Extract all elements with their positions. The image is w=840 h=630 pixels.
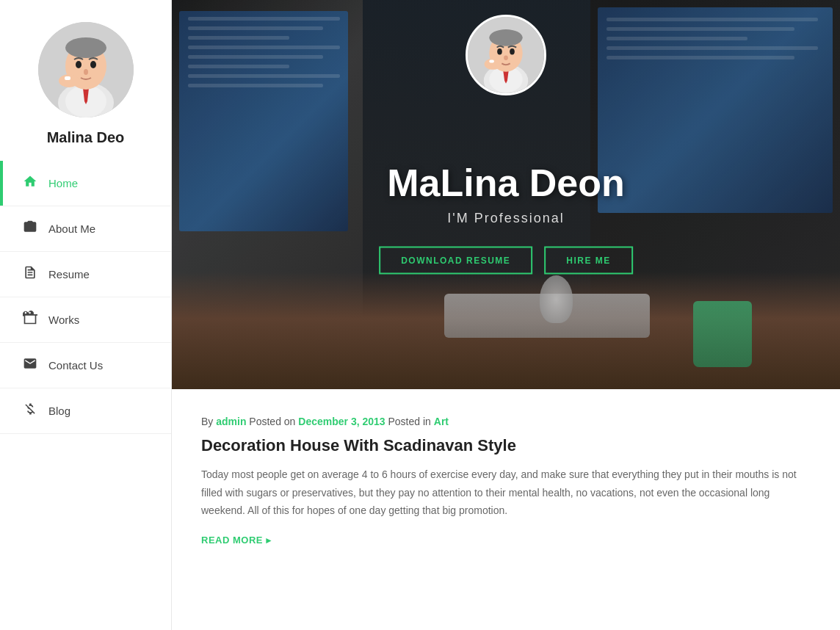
sidebar-name: Malina Deo bbox=[47, 129, 125, 146]
hero-avatar-image bbox=[468, 17, 544, 93]
contact-icon bbox=[22, 356, 38, 374]
sidebar-item-works[interactable]: Works bbox=[0, 297, 171, 343]
post-category[interactable]: Art bbox=[434, 416, 449, 427]
sidebar-item-blog[interactable]: Blog bbox=[0, 388, 171, 434]
hire-me-button[interactable]: HIRE ME bbox=[544, 247, 633, 275]
svg-rect-21 bbox=[489, 60, 494, 63]
mouse bbox=[540, 275, 573, 323]
sidebar-label-works: Works bbox=[48, 314, 79, 326]
svg-point-7 bbox=[90, 61, 96, 68]
screen-line bbox=[188, 74, 340, 78]
works-icon bbox=[22, 311, 38, 329]
svg-point-9 bbox=[59, 74, 79, 87]
coffee-cup bbox=[693, 301, 752, 367]
svg-point-17 bbox=[497, 48, 502, 55]
sidebar-item-resume[interactable]: Resume bbox=[0, 252, 171, 297]
sidebar-label-about: About Me bbox=[48, 222, 95, 235]
svg-point-18 bbox=[510, 48, 515, 55]
screen-line bbox=[188, 55, 323, 59]
sidebar-label-blog: Blog bbox=[48, 405, 70, 417]
hero-avatar bbox=[466, 15, 546, 95]
sidebar-label-resume: Resume bbox=[48, 268, 90, 280]
by-label: By bbox=[201, 416, 216, 427]
hero-name: MaLina Deon bbox=[379, 161, 633, 205]
screen-line bbox=[188, 65, 289, 68]
blog-section: By admin Posted on December 3, 2013 Post… bbox=[172, 389, 840, 630]
home-icon bbox=[22, 174, 38, 192]
svg-point-16 bbox=[489, 29, 522, 46]
avatar-image bbox=[38, 22, 134, 117]
hero-subtitle: I'M Professional bbox=[379, 211, 633, 226]
blog-icon bbox=[22, 402, 38, 420]
posted-on-label: Posted on bbox=[249, 416, 298, 427]
screen-line bbox=[188, 36, 289, 40]
screen-line bbox=[188, 17, 340, 21]
screen-line bbox=[607, 27, 794, 31]
posted-in-label: Posted in bbox=[388, 416, 434, 427]
screen-line bbox=[607, 56, 794, 59]
sidebar-label-contact: Contact Us bbox=[48, 359, 103, 372]
screen-line bbox=[188, 84, 323, 87]
sidebar-item-about[interactable]: About Me bbox=[0, 206, 171, 252]
screen-line bbox=[607, 18, 818, 21]
post-title: Decoration House With Scadinavan Style bbox=[201, 436, 811, 455]
monitor-screen-left bbox=[179, 11, 348, 231]
svg-point-8 bbox=[84, 69, 88, 75]
screen-line bbox=[607, 37, 747, 40]
screen-line bbox=[607, 46, 818, 50]
svg-rect-10 bbox=[65, 76, 70, 80]
svg-point-5 bbox=[65, 37, 106, 58]
svg-point-19 bbox=[504, 55, 508, 60]
read-more-text: READ MORE bbox=[201, 535, 263, 546]
right-screen bbox=[598, 7, 833, 213]
avatar bbox=[38, 22, 134, 117]
camera-icon bbox=[22, 220, 38, 238]
read-more-arrow: ► bbox=[264, 535, 273, 546]
post-author[interactable]: admin bbox=[216, 416, 246, 427]
hero-content: MaLina Deon I'M Professional DOWNLOAD RE… bbox=[379, 161, 633, 275]
post-date: December 3, 2013 bbox=[298, 416, 385, 427]
post-meta: By admin Posted on December 3, 2013 Post… bbox=[201, 416, 811, 427]
svg-point-6 bbox=[76, 61, 82, 68]
hero-buttons: DOWNLOAD RESUME HIRE ME bbox=[379, 247, 633, 275]
download-resume-button[interactable]: DOWNLOAD RESUME bbox=[379, 247, 532, 275]
sidebar-nav: Home About Me Resume Works bbox=[0, 161, 171, 434]
screen-line bbox=[188, 26, 323, 30]
resume-icon bbox=[22, 265, 38, 283]
sidebar-item-home[interactable]: Home bbox=[0, 161, 171, 206]
hero-section: MaLina Deon I'M Professional DOWNLOAD RE… bbox=[172, 0, 840, 389]
main-content: MaLina Deon I'M Professional DOWNLOAD RE… bbox=[172, 0, 840, 630]
post-excerpt: Today most people get on average 4 to 6 … bbox=[201, 466, 811, 520]
sidebar: Malina Deo Home About Me Resume bbox=[0, 0, 172, 630]
screen-line bbox=[188, 46, 340, 49]
sidebar-item-contact[interactable]: Contact Us bbox=[0, 343, 171, 388]
read-more-link[interactable]: READ MORE► bbox=[201, 535, 273, 546]
sidebar-label-home: Home bbox=[48, 177, 78, 189]
